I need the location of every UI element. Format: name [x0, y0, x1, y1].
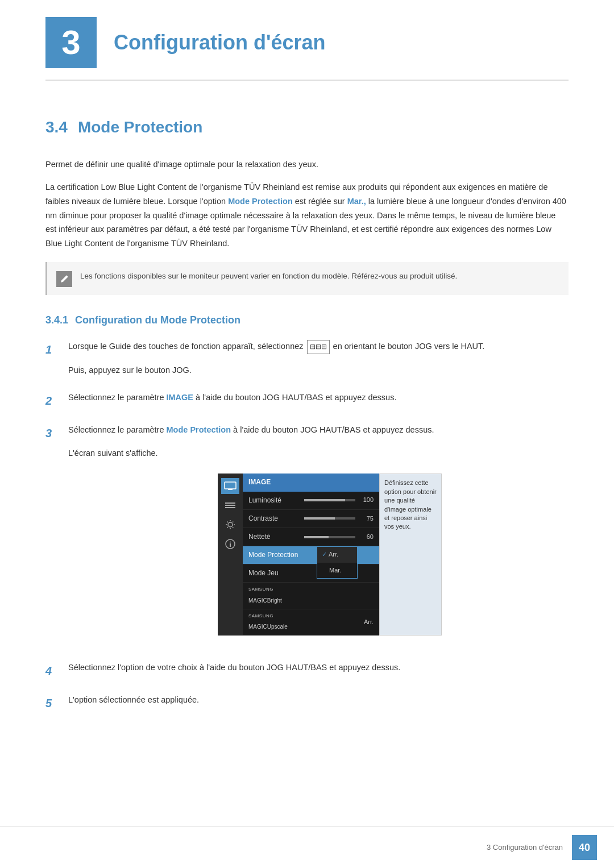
note-box: Les fonctions disponibles sur le moniteu… — [45, 262, 569, 295]
monitor-tooltip: Définissez cette option pour obtenir une… — [379, 474, 442, 636]
svg-rect-2 — [225, 502, 235, 504]
svg-point-8 — [230, 542, 231, 543]
menu-row-nettete: Netteté 60 — [243, 528, 379, 546]
svg-point-5 — [228, 522, 233, 527]
section-title: Mode Protection — [78, 115, 202, 140]
dropdown-arr-selected: ✓ Arr. — [317, 547, 357, 563]
sidebar-icon-4 — [221, 536, 239, 552]
menu-row-magicbright: SAMSUNGMAGICBright — [243, 583, 379, 609]
step-1-number: 1 — [45, 339, 58, 359]
section-heading: 3.4 Mode Protection — [45, 115, 569, 140]
step-4: 4 Sélectionnez l'option de votre choix à… — [45, 661, 569, 684]
monitor-ui: IMAGE Luminosité 100 Contraste — [218, 474, 442, 636]
section-number: 3.4 — [45, 115, 68, 140]
info-icon — [224, 538, 237, 550]
step-1: 1 Lorsque le Guide des touches de foncti… — [45, 339, 569, 381]
step-2-number: 2 — [45, 391, 58, 410]
menu-row-mode-jeu: Mode Jeu — [243, 564, 379, 583]
subsection-heading: 3.4.1 Configuration du Mode Protection — [45, 312, 569, 329]
sidebar-icon-2 — [221, 497, 239, 513]
step-5: 5 L'option sélectionnée est appliquée. — [45, 693, 569, 716]
footer-text: 3 Configuration d'écran — [487, 842, 563, 854]
monitor-icon — [224, 481, 237, 491]
svg-rect-7 — [230, 543, 231, 547]
footer-page-number: 40 — [572, 835, 597, 860]
step-3-subtext: L'écran suivant s'affiche. — [68, 446, 569, 460]
step-3-bold: Mode Protection — [167, 425, 231, 434]
step-1-subtext: Puis, appuyez sur le bouton JOG. — [68, 363, 569, 377]
settings-icon — [224, 518, 237, 531]
page-footer: 3 Configuration d'écran 40 — [0, 827, 614, 868]
subsection-number: 3.4.1 — [45, 312, 68, 329]
intro-text-2: La certification Low Blue Light Content … — [45, 180, 569, 250]
chapter-number: 3 — [45, 17, 97, 68]
menu-row-mode-protection: Mode Protection ✓ Arr. Mar. — [243, 546, 379, 564]
svg-rect-0 — [225, 482, 236, 489]
step-2-text: Sélectionnez le paramètre IMAGE à l'aide… — [68, 391, 569, 405]
monitor-sidebar — [218, 474, 243, 636]
step-1-content: Lorsque le Guide des touches de fonction… — [68, 339, 569, 381]
step-3-text: Sélectionnez le paramètre Mode Protectio… — [68, 423, 569, 437]
jog-icon: ⊟⊟⊟ — [307, 340, 330, 354]
svg-rect-1 — [228, 489, 233, 490]
note-text: Les fonctions disponibles sur le moniteu… — [80, 270, 457, 283]
subsection-title: Configuration du Mode Protection — [75, 312, 240, 329]
menu-row-magicupscale: SAMSUNGMAGICUpscale Arr. — [243, 609, 379, 636]
pencil-icon — [59, 274, 69, 284]
chapter-header: 3 Configuration d'écran — [45, 0, 569, 81]
step-4-number: 4 — [45, 661, 58, 680]
svg-rect-4 — [225, 507, 235, 508]
monitor-menu: IMAGE Luminosité 100 Contraste — [243, 474, 379, 636]
chapter-title: Configuration d'écran — [114, 26, 326, 59]
menu-header: IMAGE — [243, 474, 379, 491]
step-2-content: Sélectionnez le paramètre IMAGE à l'aide… — [68, 391, 569, 414]
svg-rect-3 — [225, 505, 235, 506]
step-3-number: 3 — [45, 423, 58, 442]
step-4-content: Sélectionnez l'option de votre choix à l… — [68, 661, 569, 684]
step-4-text: Sélectionnez l'option de votre choix à l… — [68, 661, 569, 675]
dropdown-mar: Mar. — [317, 563, 357, 579]
step-2: 2 Sélectionnez le paramètre IMAGE à l'ai… — [45, 391, 569, 414]
step-3-content: Sélectionnez le paramètre Mode Protectio… — [68, 423, 569, 651]
menu-row-contraste: Contraste 75 — [243, 510, 379, 528]
intro-text-1: Permet de définir une qualité d'image op… — [45, 157, 569, 172]
step-5-number: 5 — [45, 693, 58, 712]
sidebar-icon-1 — [221, 478, 239, 494]
monitor-dropdown: ✓ Arr. Mar. — [317, 546, 358, 579]
step-2-bold: IMAGE — [167, 393, 194, 402]
note-icon — [56, 271, 72, 287]
sidebar-icon-3 — [221, 517, 239, 533]
step-5-text: L'option sélectionnée est appliquée. — [68, 693, 569, 707]
page-wrapper: 3 Configuration d'écran 3.4 Mode Protect… — [0, 0, 614, 868]
menu-row-luminosite: Luminosité 100 — [243, 492, 379, 510]
step-1-text: Lorsque le Guide des touches de fonction… — [68, 339, 569, 354]
menu-icon — [224, 501, 237, 510]
step-3: 3 Sélectionnez le paramètre Mode Protect… — [45, 423, 569, 651]
step-5-content: L'option sélectionnée est appliquée. — [68, 693, 569, 716]
monitor-screenshot: IMAGE Luminosité 100 Contraste — [91, 474, 569, 636]
